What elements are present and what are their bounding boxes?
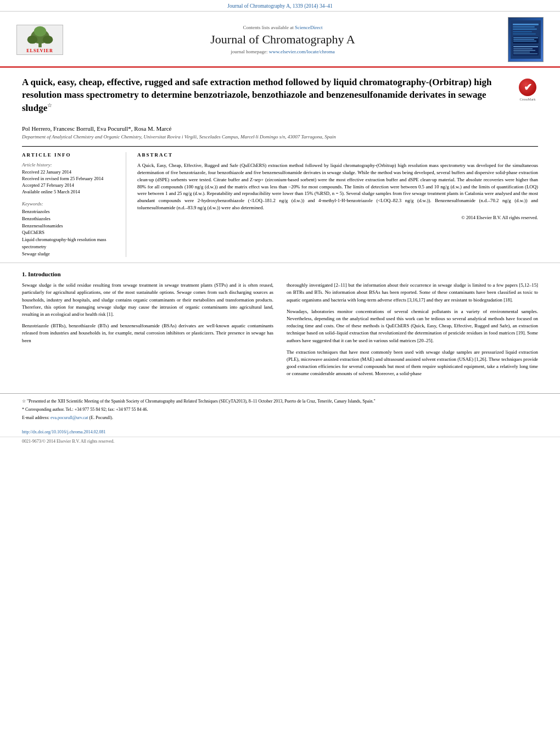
body-para-5: The extraction techniques that have most… [287,349,538,378]
article-title-text: A quick, easy, cheap, effective, rugged … [22,76,511,120]
svg-rect-7 [513,26,535,27]
accepted-date: Accepted 27 February 2014 [22,182,118,189]
body-para-3: thoroughly investigated [2–11] but the i… [287,282,538,304]
svg-rect-6 [513,24,539,25]
svg-rect-16 [513,46,538,47]
journal-header-center: Contents lists available at ScienceDirec… [66,25,500,54]
svg-rect-8 [513,29,537,30]
online-date: Available online 5 March 2014 [22,189,118,196]
abstract-text: A Quick, Easy, Cheap, Effective, Rugged … [137,162,538,211]
article-history-label: Article history: [22,162,118,168]
crossmark-label: CrossMark [520,97,536,101]
keyword-1: Benzotriazoles [22,208,118,215]
article-title: A quick, easy, cheap, effective, rugged … [22,76,511,114]
page: Journal of Chromatography A, 1339 (2014)… [0,0,560,742]
elsevier-logo-area: ELSEVIER [16,25,66,55]
journal-citation-bar: Journal of Chromatography A, 1339 (2014)… [0,0,560,12]
keyword-5: Liquid chromatography-high resolution ma… [22,236,118,250]
email-link[interactable]: eva.pocurull@urv.cat [51,415,89,420]
received-date: Received 22 January 2014 [22,169,118,176]
elsevier-tree-icon [21,25,59,48]
keyword-2: Benzothiazoles [22,215,118,222]
revised-date: Received in revised form 25 February 201… [22,176,118,182]
article-info-abstract-section: ARTICLE INFO Article history: Received 2… [22,146,538,257]
doi-link[interactable]: http://dx.doi.org/10.1016/j.chroma.2014.… [22,429,106,434]
keyword-4: QuEChERS [22,229,118,236]
abstract-heading: ABSTRACT [137,152,538,158]
email-suffix: (E. Pocurull). [89,415,113,420]
elsevier-logo: ELSEVIER [16,25,63,55]
article-title-area: A quick, easy, cheap, effective, rugged … [22,76,538,120]
main-content: A quick, easy, cheap, effective, rugged … [0,68,560,263]
copyright-line: © 2014 Elsevier B.V. All rights reserved… [137,215,538,220]
sciencedirect-label: Contents lists available at ScienceDirec… [77,25,489,30]
body-para-1: Sewage sludge is the solid residue resul… [22,282,273,318]
journal-citation: Journal of Chromatography A, 1339 (2014)… [227,3,332,9]
svg-rect-17 [513,48,533,49]
journal-cover-area [500,17,544,62]
crossmark-icon: ✔ [519,79,536,96]
svg-rect-10 [513,34,536,35]
keywords-list: Benzotriazoles Benzothiazoles Benzenesul… [22,208,118,257]
affiliation: Department of Analytical Chemistry and O… [22,134,538,140]
svg-rect-18 [513,50,535,51]
footnote-email: E-mail address: eva.pocurull@urv.cat (E.… [22,415,538,421]
body-para-2: Benzotriazole (BTRs), benzothiazole (BTs… [22,322,273,344]
svg-point-4 [33,26,46,36]
journal-homepage-link[interactable]: www.elsevier.com/locate/chroma [269,49,335,54]
journal-name: Journal of Chromatography A [77,32,489,47]
svg-rect-20 [513,53,537,54]
authors: Pol Herrero, Francesc Borrull, Eva Pocur… [22,125,538,132]
svg-rect-12 [513,37,538,38]
elsevier-label: ELSEVIER [26,48,53,54]
body-col-1: Sewage sludge is the solid residue resul… [22,282,273,382]
body-section: 1. Introduction Sewage sludge is the sol… [0,263,560,393]
doi-bar: http://dx.doi.org/10.1016/j.chroma.2014.… [0,427,560,437]
abstract-column: ABSTRACT A Quick, Easy, Cheap, Effective… [137,152,538,257]
svg-rect-19 [513,52,530,53]
keywords-label: Keywords: [22,201,118,207]
footnote-corresponding: * Corresponding author. Tel.: +34 977 55… [22,406,538,413]
body-col-2: thoroughly investigated [2–11] but the i… [287,282,538,382]
svg-point-2 [27,35,37,43]
keyword-3: Benzenesulfonamides [22,222,118,230]
article-info-heading: ARTICLE INFO [22,152,118,158]
crossmark-badge: ✔ CrossMark [517,76,538,120]
body-two-col: Sewage sludge is the solid residue resul… [22,282,538,382]
svg-point-3 [42,35,53,43]
journal-header: ELSEVIER Contents lists available at Sci… [0,12,560,68]
body-para-4: Nowadays, laboratories monitor concentra… [287,308,538,344]
svg-rect-9 [513,31,532,32]
keyword-6: Sewage sludge [22,250,118,258]
journal-cover-thumbnail [508,17,544,62]
journal-homepage: journal homepage: www.elsevier.com/locat… [77,49,489,54]
footnotes-section: ☆ "Presented at the XIII Scientific Meet… [0,393,560,427]
bottom-bar: 0021-9673/© 2014 Elsevier B.V. All right… [0,437,560,445]
section1-heading: 1. Introduction [22,271,538,277]
email-label: E-mail address: [22,415,49,420]
cover-image [511,20,541,59]
footnote-star: ☆ "Presented at the XIII Scientific Meet… [22,398,538,405]
svg-rect-14 [513,41,536,42]
svg-rect-13 [513,39,534,40]
svg-rect-0 [38,43,42,47]
sciencedirect-link[interactable]: ScienceDirect [295,25,322,30]
article-info-column: ARTICLE INFO Article history: Received 2… [22,152,126,257]
title-star: ☆ [47,102,52,108]
